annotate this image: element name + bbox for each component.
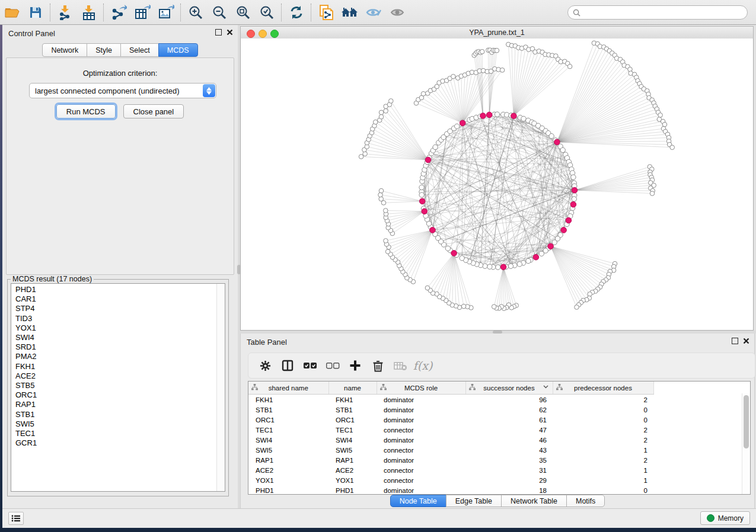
export-network-button[interactable] (107, 2, 130, 23)
table-row[interactable]: YOX1YOX1connector291 (248, 475, 653, 485)
function-builder-button[interactable]: f(x) (413, 356, 432, 375)
table-cell: 2 (553, 425, 653, 435)
column-header-name[interactable]: name (328, 382, 377, 395)
table-cell: YOX1 (248, 475, 328, 485)
mcds-result-item[interactable]: SWI5 (11, 419, 225, 429)
tab-network-table[interactable]: Network Table (501, 495, 567, 507)
table-row[interactable]: SWI4SWI4dominator462 (248, 435, 653, 445)
mcds-result-item[interactable]: STB1 (11, 410, 225, 419)
mcds-result-item[interactable]: SRD1 (11, 342, 225, 352)
close-panel-icon[interactable] (743, 338, 749, 344)
table-cell: RAP1 (328, 455, 377, 465)
zoom-out-button[interactable] (208, 2, 231, 23)
mcds-result-item[interactable]: ACE2 (11, 371, 225, 381)
run-mcds-button[interactable]: Run MCDS (56, 104, 116, 118)
fx-label: f(x) (413, 359, 433, 372)
network-window-titlebar: YPA_prune.txt_1 (240, 26, 754, 40)
mcds-result-item[interactable]: GCR1 (11, 438, 225, 448)
tab-network[interactable]: Network (42, 43, 87, 57)
table-scrollbar[interactable] (742, 393, 750, 494)
show-columns-button[interactable] (278, 356, 297, 375)
close-panel-icon[interactable] (227, 29, 233, 36)
tab-mcds[interactable]: MCDS (158, 43, 198, 57)
memory-label: Memory (718, 514, 744, 523)
tab-node-table[interactable]: Node Table (390, 495, 446, 507)
column-header-shared-name[interactable]: shared name (248, 382, 328, 395)
zoom-fit-button[interactable] (231, 2, 255, 23)
zoom-selected-button[interactable] (255, 2, 279, 23)
mcds-result-item[interactable]: TEC1 (11, 429, 225, 438)
refresh-button[interactable] (285, 2, 308, 23)
tab-style[interactable]: Style (87, 43, 121, 57)
tab-edge-table[interactable]: Edge Table (446, 495, 502, 507)
mcds-result-item[interactable]: FKH1 (11, 362, 225, 371)
table-row[interactable]: ORC1ORC1dominator610 (248, 415, 653, 425)
table-cell: dominator (377, 405, 465, 415)
mcds-tab-content: Optimization criterion: largest connecte… (6, 57, 234, 275)
table-row[interactable]: SWI5SWI5connector431 (248, 445, 653, 455)
mcds-result-scrollbar[interactable] (216, 284, 225, 491)
table-cell: 1 (553, 475, 653, 485)
optimization-criterion-label: Optimization criterion: (7, 69, 234, 78)
mcds-result-item[interactable]: STP4 (11, 304, 225, 313)
mcds-result-item[interactable]: YOX1 (11, 323, 225, 333)
table-cell: YOX1 (328, 475, 377, 485)
mcds-result-item[interactable]: STB5 (11, 381, 225, 390)
table-row[interactable]: STB1STB1dominator620 (248, 405, 653, 415)
deselect-all-button[interactable] (323, 356, 342, 375)
hide-selected-eye-button[interactable] (362, 2, 385, 23)
export-image-button[interactable] (154, 2, 178, 23)
tab-motifs[interactable]: Motifs (566, 495, 605, 507)
mcds-result-item[interactable]: TID3 (11, 314, 225, 323)
mcds-result-list: PHD1CAR1STP4TID3YOX1SWI4SRD1PMA2FKH1ACE2… (11, 283, 225, 492)
control-panel-header: Control Panel (2, 25, 238, 40)
table-cell: TEC1 (248, 425, 328, 435)
table-cell: FKH1 (248, 395, 328, 405)
table-row[interactable]: RAP1RAP1dominator352 (248, 455, 653, 465)
table-row[interactable]: ACE2ACE2connector311 (248, 465, 653, 475)
delete-table-button[interactable] (391, 356, 410, 375)
mcds-result-item[interactable]: PHD1 (11, 285, 225, 294)
toolbar-separator (103, 4, 104, 21)
table-row[interactable]: FKH1FKH1dominator962 (248, 395, 653, 405)
close-panel-button[interactable]: Close panel (123, 104, 184, 118)
mcds-result-item[interactable]: ORC1 (11, 390, 225, 400)
table-row[interactable]: TEC1TEC1connector472 (248, 425, 653, 435)
table-row[interactable]: PHD1PHD1dominator180 (248, 485, 653, 495)
tab-select[interactable]: Select (120, 43, 159, 57)
open-folder-button[interactable] (0, 2, 24, 23)
delete-trash-button[interactable] (368, 356, 387, 375)
show-all-eye-button[interactable] (385, 2, 409, 23)
zoom-in-button[interactable] (184, 2, 208, 23)
import-table-button[interactable] (77, 2, 101, 23)
table-tabs: Node TableEdge TableNetwork TableMotifs (241, 495, 754, 507)
column-header-mcds-role[interactable]: MCDS role (377, 382, 465, 395)
mcds-result-item[interactable]: PMA2 (11, 352, 225, 361)
network-canvas[interactable] (240, 39, 754, 331)
mcds-result-item[interactable]: SWI4 (11, 333, 225, 342)
memory-button[interactable]: Memory (700, 511, 750, 525)
first-neighbors-button[interactable] (338, 2, 362, 23)
float-panel-icon[interactable] (215, 29, 222, 36)
column-header-successor-nodes[interactable]: successor nodes (465, 382, 553, 395)
table-scrollbar-thumb[interactable] (744, 395, 749, 448)
import-network-button[interactable] (53, 2, 77, 23)
table-toolbar: f(x) (248, 352, 755, 379)
add-button[interactable] (346, 356, 365, 375)
toolbar-separator (281, 4, 282, 21)
table-cell: 47 (465, 425, 553, 435)
panel-list-button[interactable] (8, 512, 24, 525)
select-all-button[interactable] (301, 356, 320, 375)
mcds-result-item[interactable]: RAP1 (11, 400, 225, 409)
settings-gear-button[interactable] (256, 356, 275, 375)
mcds-result-item[interactable]: CAR1 (11, 294, 225, 304)
search-input[interactable] (583, 8, 742, 17)
table-cell: PHD1 (328, 485, 377, 495)
column-header-predecessor-nodes[interactable]: predecessor nodes (553, 382, 653, 395)
export-table-button[interactable] (130, 2, 154, 23)
optimization-select[interactable]: largest connected component (undirected) (29, 83, 216, 98)
table-cell: dominator (377, 415, 465, 425)
copy-document-button[interactable] (314, 2, 338, 23)
save-button[interactable] (24, 2, 47, 23)
float-panel-icon[interactable] (732, 338, 738, 344)
